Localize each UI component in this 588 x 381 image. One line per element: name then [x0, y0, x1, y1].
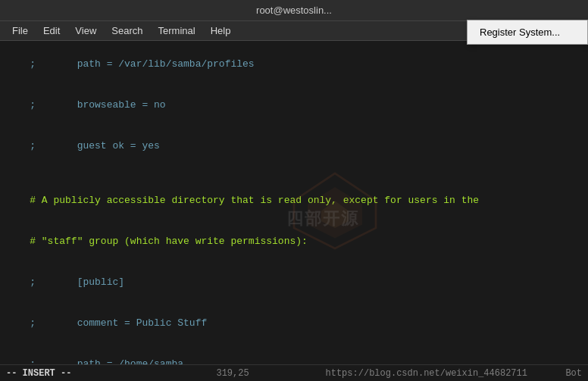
line-1: ; path = /var/lib/samba/profiles [6, 44, 582, 85]
editor: 四部开源 ; path = /var/lib/samba/profiles ; … [0, 41, 588, 364]
menu-search[interactable]: Search [105, 23, 149, 38]
register-system-item[interactable]: Register System... [468, 23, 587, 41]
menu-terminal[interactable]: Terminal [152, 23, 202, 38]
line-5: # A publicly accessible directory that i… [6, 180, 582, 221]
menu-file[interactable]: File [6, 23, 34, 38]
register-dropdown: Register System... [467, 20, 588, 45]
line-9: ; path = /home/samba [6, 344, 582, 364]
cursor-position: 319,25 https://blog.csdn.net/weixin_4468… [216, 368, 582, 379]
line-8-comment-public-stuff: ; comment = Public Stuff [6, 303, 582, 344]
menu-view[interactable]: View [69, 23, 102, 38]
line-6: # "staff" group (which have write permis… [6, 221, 582, 262]
menu-help[interactable]: Help [205, 23, 237, 38]
titlebar-text: root@westoslin... [256, 5, 332, 16]
line-7: ; [public] [6, 262, 582, 303]
line-3: ; guest ok = yes [6, 126, 582, 167]
statusbar: -- INSERT -- 319,25 https://blog.csdn.ne… [0, 364, 588, 381]
insert-mode: -- INSERT -- [6, 368, 71, 379]
line-blank [6, 167, 582, 180]
line-2: ; browseable = no [6, 85, 582, 126]
menubar: File Edit View Search Terminal Help Regi… [0, 21, 588, 41]
menu-edit[interactable]: Edit [37, 23, 66, 38]
titlebar: root@westoslin... [0, 0, 588, 21]
